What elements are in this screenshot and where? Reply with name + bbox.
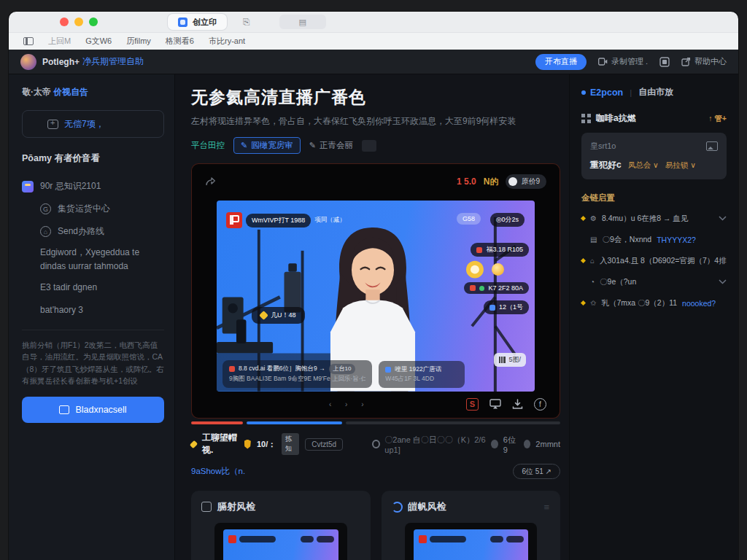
- download-icon[interactable]: [512, 399, 523, 410]
- close-window-button[interactable]: [60, 18, 69, 26]
- sidebar-item-settings[interactable]: E3 tadir dgnen: [22, 276, 164, 298]
- link-row: 9aShow比（n. 6位 51 ↗: [191, 464, 560, 479]
- page-subtitle: 左村将现连措异琴色，骨占自，大春保红飞奂别你呼玉环政温息，大至9前9何样安装: [191, 115, 560, 128]
- scene-option-dropdown[interactable]: 凤总会 ∨: [628, 160, 659, 171]
- gold-diamond-icon: [190, 440, 198, 448]
- scene-option-dropdown[interactable]: 易拉锁 ∨: [665, 160, 696, 171]
- bookmark-item[interactable]: G文W6: [85, 36, 112, 47]
- meta-right-text-1: 6位 9: [503, 435, 519, 454]
- settings-item[interactable]: ⚙ 8.4mu）u 6在推8 → 血见: [581, 208, 727, 229]
- new-tab-icon[interactable]: ⎘: [243, 17, 250, 27]
- more-tag-button[interactable]: [362, 140, 376, 152]
- minimize-window-button[interactable]: [74, 18, 83, 26]
- sound-meter-chip[interactable]: 5图/: [494, 353, 526, 367]
- video-thumbnail[interactable]: [223, 529, 338, 560]
- scene-card[interactable]: 皇srt1o 重犯好c 凤总会 ∨ 易拉锁 ∨: [581, 133, 727, 179]
- chevron-down-icon[interactable]: [719, 216, 727, 221]
- selected-style-tag[interactable]: ✎ 囻橄宽房审: [233, 137, 301, 154]
- sidebar-item-history[interactable]: bat'haory 3: [22, 298, 164, 321]
- diamond-icon: [259, 311, 268, 320]
- live-timer-pill: [506, 536, 524, 542]
- bullet-icon: [581, 258, 586, 263]
- platform-tag[interactable]: 平台田控: [191, 140, 225, 151]
- zoom-window-button[interactable]: [89, 18, 98, 26]
- timeline-progress[interactable]: [191, 421, 560, 424]
- card-title: 膈射风检: [217, 500, 255, 513]
- video-thumbnail[interactable]: [414, 529, 529, 560]
- tab-inactive[interactable]: 自由市放: [638, 86, 673, 98]
- browser-window: 创立印 ⎘ ▤ 上回M G文W6 历filmy 格测看6 市比ry-ant Po…: [9, 12, 738, 560]
- panel-section-action[interactable]: ↑ 管+: [708, 114, 727, 124]
- style-card-portrait[interactable]: 皚帆风检 ≡: [382, 491, 561, 560]
- viewer-chip-label: K7 2F2 80A: [488, 284, 523, 292]
- fullscreen-icon[interactable]: f: [534, 398, 546, 411]
- playback-dots[interactable]: ‹ › ›: [329, 400, 370, 408]
- subtitle-badge-icon[interactable]: S: [466, 398, 479, 411]
- record-manage-button[interactable]: 录制管理 .: [598, 56, 648, 67]
- price-unit: N的: [484, 176, 499, 188]
- bookmark-item[interactable]: 上回M: [48, 36, 71, 47]
- quality-toggle[interactable]: 原价9: [506, 174, 546, 189]
- gear-icon[interactable]: [372, 440, 380, 448]
- bookmark-item[interactable]: 格测看6: [166, 36, 194, 47]
- presenter-avatar: [253, 529, 303, 560]
- sidebar-cta-button[interactable]: Bladxnacsell: [22, 397, 164, 423]
- account-link[interactable]: 价视自告: [53, 87, 88, 97]
- settings-item-link[interactable]: noooked?: [682, 299, 716, 308]
- sidebar-item-advanced[interactable]: Edgiword，Xyegeddua te dindas uurrar tahm…: [22, 243, 164, 276]
- settings-item-link[interactable]: THYYYX2?: [657, 236, 696, 244]
- user-name: Potlegh+: [42, 57, 80, 67]
- avatar[interactable]: [20, 54, 36, 70]
- screen-icon: [201, 502, 212, 512]
- blue-dot-icon: [489, 305, 495, 311]
- mode-tag-row: 平台田控 ✎ 囻橄宽房审 ✎ 正青会丽: [191, 137, 560, 154]
- player-top-bar: 1 5.0 N的 原价9: [192, 164, 560, 199]
- live-timer-pill: ◎0分2s: [490, 213, 525, 227]
- card-menu-icon[interactable]: ≡: [543, 502, 550, 513]
- style-card-landscape[interactable]: 膈射风检: [191, 491, 371, 560]
- bookmark-item[interactable]: 历filmy: [126, 36, 151, 47]
- create-new-button[interactable]: 无偿7项，: [22, 110, 164, 138]
- pencil-icon: ✎: [309, 141, 316, 150]
- show-more-link[interactable]: 9aShow比（n.: [191, 466, 245, 477]
- settings-item[interactable]: ⌂ 入301a4.且 8（D6902=官拥（7）4排: [581, 250, 727, 271]
- sidebar-item-label: 90r 忌知识2101: [40, 180, 101, 192]
- sidebar-item-delivery[interactable]: G 集货运货中心: [22, 198, 164, 220]
- tab-separator: |: [630, 88, 632, 97]
- settings-item[interactable]: ✩ 乳（7mxa 〇9（2）11 noooked?: [581, 292, 727, 314]
- video-stat-title: 工聊望帽视.: [202, 432, 239, 456]
- stream-logo-icon: [226, 212, 242, 228]
- download-pill-button[interactable]: 6位 51 ↗: [513, 464, 560, 479]
- settings-item[interactable]: ▤ 〇9会，Nxnnd THYYYX2?: [581, 229, 727, 250]
- chevron-down-icon[interactable]: [719, 279, 727, 284]
- main-content: 无参氦高清直播广番色 左村将现连措异琴色，骨占自，大春保红飞奂别你呼玉环政温息，…: [175, 74, 569, 560]
- record-manage-label: 录制管理 .: [611, 56, 648, 67]
- sidebar-item-workspace[interactable]: 90r 忌知识2101: [22, 175, 164, 198]
- stat-box-button[interactable]: Cvtzt5d: [305, 438, 343, 451]
- caption-left-line1: 8.8 cvd.ai 看鹏6位］胸饱台9 →: [239, 364, 325, 374]
- viewer-avatar-icon: [491, 440, 498, 448]
- other-style-tag[interactable]: ✎ 正青会丽: [309, 140, 353, 151]
- video-canvas[interactable]: WmVIVP打T 1988 项同（减） G58 ◎0分2s 福3.18 R105: [217, 201, 535, 392]
- sidebar-toggle-icon[interactable]: [23, 37, 34, 45]
- start-live-button[interactable]: 开布直播: [535, 54, 587, 70]
- other-style-label: 正青会丽: [320, 140, 353, 151]
- inactive-tab[interactable]: ▤: [279, 15, 326, 29]
- caption-left-tag[interactable]: 上台10: [329, 364, 356, 375]
- caption-box-left: 8.8 cvd.ai 看鹏6位］胸饱台9 → 上台10 9胸图 BAALI3E …: [222, 360, 372, 388]
- mirror-cast-icon[interactable]: [489, 399, 501, 409]
- share-icon[interactable]: [205, 176, 216, 187]
- red-dot-icon: [476, 247, 482, 253]
- settings-item[interactable]: ◔ 〇9e（?un: [581, 271, 727, 292]
- user-plan-link[interactable]: 净兵期管理自助: [82, 55, 144, 68]
- live-timer-pill: [317, 536, 334, 542]
- settings-item-label: 入301a4.且 8（D6902=官拥（7）4排: [600, 256, 727, 266]
- bookmark-item[interactable]: 市比ry-ant: [209, 36, 245, 47]
- doc-icon: ▤: [590, 236, 597, 244]
- apps-grid-icon[interactable]: [659, 57, 670, 67]
- sidebar-item-home[interactable]: ⌂ Send办路线: [22, 220, 164, 243]
- help-center-button[interactable]: 帮助中心: [681, 56, 727, 67]
- browser-tab[interactable]: 创立印: [168, 14, 227, 30]
- sidebar-note: 挑前分销（用F1）2改第二，电西飞高值自导，油用流红。为见是烟取照馆说，CA（8…: [22, 339, 164, 386]
- tab-active[interactable]: E2pcon: [581, 88, 623, 98]
